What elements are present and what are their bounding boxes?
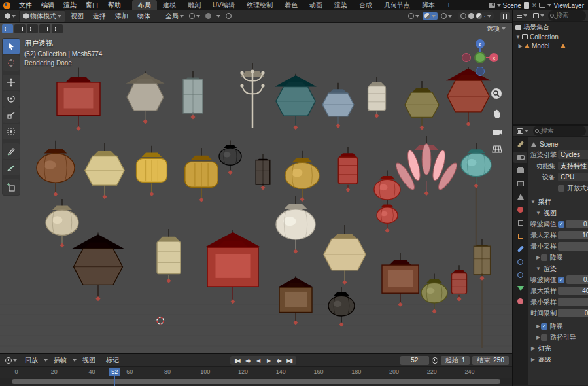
tab-layout[interactable]: 布局 bbox=[132, 0, 157, 10]
show-gizmo-dropdown[interactable] bbox=[406, 12, 421, 20]
tab-tool[interactable] bbox=[513, 139, 527, 150]
menu-select[interactable]: 选择 bbox=[89, 11, 110, 22]
select-box-tool[interactable] bbox=[3, 39, 20, 54]
select-box-mode-button[interactable] bbox=[2, 24, 13, 33]
outliner-filter-dropdown[interactable] bbox=[515, 14, 529, 18]
xray-toggle-dropdown[interactable] bbox=[439, 12, 454, 20]
annotate-tool[interactable] bbox=[3, 143, 20, 159]
move-tool[interactable] bbox=[3, 75, 20, 90]
playhead-line[interactable] bbox=[114, 376, 115, 386]
tab-animation[interactable]: 动画 bbox=[303, 0, 328, 10]
rendered-shading-button[interactable] bbox=[484, 16, 485, 17]
menu-help[interactable]: 帮助 bbox=[103, 0, 126, 10]
viewport-sampling-header[interactable]: ▼视图 bbox=[530, 207, 588, 219]
r-noise-value[interactable]: 0.0 bbox=[566, 275, 588, 284]
menu-edit[interactable]: 编辑 bbox=[37, 0, 59, 10]
outliner-display-mode-dropdown[interactable] bbox=[531, 12, 546, 19]
perspective-grid-icon[interactable] bbox=[492, 145, 502, 154]
pivot-point-dropdown[interactable] bbox=[187, 12, 202, 20]
transform-tool[interactable] bbox=[3, 124, 20, 139]
viewlayer-selector[interactable]: ViewLayer bbox=[539, 2, 584, 9]
proportional-edit-toggle[interactable] bbox=[224, 12, 233, 20]
select-intersect-mode-button[interactable] bbox=[52, 24, 63, 33]
expand-arrow-icon[interactable]: ▼ bbox=[515, 34, 520, 40]
collapse-arrow-icon[interactable]: ▶ bbox=[518, 43, 523, 49]
camera-view-icon[interactable] bbox=[492, 128, 503, 136]
select-extend-mode-button[interactable] bbox=[14, 24, 26, 33]
scale-tool[interactable] bbox=[3, 107, 20, 123]
viewport-3d[interactable]: 选项 用户透视 (52) Collection | Mesh5774 Rende… bbox=[0, 23, 512, 353]
r-min-value[interactable]: 0 bbox=[558, 298, 588, 306]
vp-denoise-checkbox[interactable] bbox=[541, 254, 547, 261]
menu-render[interactable]: 渲染 bbox=[59, 0, 81, 10]
tab-render-properties[interactable] bbox=[513, 152, 527, 163]
tab-scripting[interactable]: 脚本 bbox=[416, 0, 441, 10]
vp-noise-value[interactable]: 0.1 bbox=[566, 220, 588, 228]
shading-dropdown[interactable] bbox=[487, 15, 491, 18]
show-overlays-dropdown[interactable] bbox=[423, 12, 438, 20]
render-engine-dropdown[interactable]: Cycles bbox=[558, 150, 588, 159]
timeline-scrollbar[interactable] bbox=[12, 379, 500, 384]
outliner-search-input[interactable]: 搜索 bbox=[548, 10, 586, 21]
play-button[interactable]: ▶ bbox=[264, 357, 273, 364]
tab-particle-properties[interactable] bbox=[513, 256, 527, 268]
editor-type-button[interactable] bbox=[3, 12, 18, 20]
timeline-editor-type-button[interactable] bbox=[3, 357, 19, 364]
r-denoise-checkbox[interactable]: ✓ bbox=[541, 323, 547, 330]
vp-min-value[interactable]: 0 bbox=[558, 242, 588, 251]
solid-shading-button[interactable] bbox=[468, 13, 474, 19]
properties-editor-type-button[interactable] bbox=[515, 128, 530, 135]
jump-to-start-button[interactable]: ▮◀ bbox=[232, 357, 242, 364]
transform-orientation-dropdown[interactable]: 全局 bbox=[164, 11, 186, 22]
mode-dropdown[interactable]: 物体模式 bbox=[19, 10, 65, 22]
feature-set-dropdown[interactable]: 支持特性 bbox=[558, 162, 588, 170]
tab-modeling[interactable]: 建模 bbox=[157, 0, 182, 10]
outliner-collection-row[interactable]: ▼ Collection bbox=[513, 32, 588, 41]
menu-timeline-view[interactable]: 视图 bbox=[78, 355, 100, 366]
menu-playback[interactable]: 回放 bbox=[20, 355, 43, 366]
menu-window[interactable]: 窗口 bbox=[81, 0, 103, 10]
tab-collection-properties[interactable] bbox=[513, 217, 527, 228]
time-limit-value[interactable]: 0 s bbox=[558, 309, 588, 317]
blender-logo-icon[interactable] bbox=[3, 2, 10, 9]
pause-render-button[interactable] bbox=[500, 12, 510, 20]
outliner-scene-collection-row[interactable]: 场景集合 bbox=[513, 23, 588, 32]
tab-shading[interactable]: 着色 bbox=[279, 0, 303, 10]
path-guiding-checkbox[interactable] bbox=[541, 334, 547, 341]
device-dropdown[interactable]: CPU bbox=[558, 173, 588, 181]
menu-object[interactable]: 物体 bbox=[133, 11, 154, 22]
select-invert-mode-button[interactable] bbox=[39, 24, 50, 33]
jump-to-end-button[interactable]: ▶▮ bbox=[285, 357, 294, 364]
start-frame-field[interactable]: 起始 1 bbox=[441, 356, 470, 365]
menu-add[interactable]: 添加 bbox=[111, 11, 132, 22]
pan-hand-icon[interactable] bbox=[492, 109, 502, 119]
tab-world-properties[interactable] bbox=[513, 204, 527, 215]
next-keyframe-button[interactable]: •▶ bbox=[274, 357, 284, 364]
vp-max-value[interactable]: 102 bbox=[558, 231, 588, 239]
tab-compositing[interactable]: 合成 bbox=[353, 0, 378, 10]
add-workspace-button[interactable]: + bbox=[441, 0, 457, 10]
collapse-arrow-icon[interactable]: ▶ bbox=[536, 254, 541, 260]
menu-view[interactable]: 视图 bbox=[67, 11, 88, 22]
tab-scene-properties[interactable] bbox=[513, 191, 527, 202]
tab-texture-paint[interactable]: 纹理绘制 bbox=[241, 0, 279, 10]
tab-view-layer-properties[interactable] bbox=[513, 178, 527, 189]
tab-rendering[interactable]: 渲染 bbox=[328, 0, 353, 10]
zoom-icon[interactable] bbox=[491, 88, 503, 100]
viewport-3d-scene[interactable] bbox=[0, 23, 512, 353]
menu-marker[interactable]: 标记 bbox=[101, 355, 124, 366]
rotate-tool[interactable] bbox=[3, 91, 20, 107]
tab-sculpting[interactable]: 雕刻 bbox=[182, 0, 207, 10]
tab-object-data-properties[interactable] bbox=[513, 283, 527, 294]
outliner-model-row[interactable]: ▶ Model bbox=[513, 41, 588, 50]
tab-material-properties[interactable] bbox=[513, 296, 527, 307]
play-reverse-button[interactable]: ◀ bbox=[253, 357, 263, 364]
lights-section-header[interactable]: ▶灯光 bbox=[530, 343, 588, 354]
render-sampling-header[interactable]: ▼渲染 bbox=[530, 263, 588, 274]
snap-settings-dropdown[interactable] bbox=[215, 14, 222, 18]
advanced-section-header[interactable]: ▶高级 bbox=[530, 354, 588, 365]
tab-geometry-nodes[interactable]: 几何节点 bbox=[378, 0, 416, 10]
add-cube-tool[interactable] bbox=[3, 179, 20, 195]
wireframe-shading-button[interactable] bbox=[460, 13, 466, 19]
current-frame-field[interactable]: 52 bbox=[400, 356, 429, 365]
